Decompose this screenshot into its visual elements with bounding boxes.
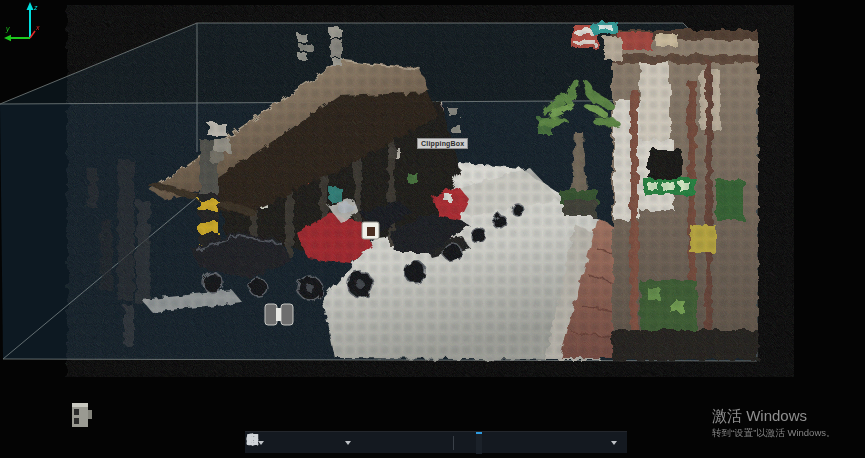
fit-screen-tool[interactable] <box>579 432 585 454</box>
y-axis-label: y <box>5 25 10 33</box>
caret-down-icon <box>345 441 351 445</box>
zoom-tool[interactable] <box>313 432 319 454</box>
x-axis-label: x <box>35 24 40 31</box>
clip-handle-white[interactable] <box>362 222 379 239</box>
bottom-toolbar <box>245 431 627 453</box>
watermark-title: 激活 Windows <box>712 407 836 425</box>
outside-fragment <box>72 403 92 427</box>
toolbar-divider <box>453 436 454 450</box>
grid-tool[interactable] <box>605 432 620 454</box>
profile-tool[interactable] <box>527 432 533 454</box>
watermark-subtitle: 转到“设置”以激活 Windows。 <box>712 427 836 439</box>
z-axis-arrow <box>27 2 34 10</box>
clip-widgets-layer <box>0 0 865 458</box>
z-axis-label: z <box>33 4 38 11</box>
clip-filter-tool[interactable] <box>502 432 508 454</box>
sphere-tool[interactable] <box>553 432 559 454</box>
caret-down-icon <box>611 441 617 445</box>
flag-tool[interactable] <box>399 432 405 454</box>
axis-gizmo: z y x <box>0 0 60 48</box>
clip-tool[interactable] <box>476 432 482 454</box>
volume-tool[interactable] <box>339 432 354 454</box>
clipping-box-label[interactable]: ClippingBox <box>417 138 468 149</box>
clip-handle-gray[interactable] <box>265 304 293 325</box>
layers-tool[interactable] <box>287 432 293 454</box>
flag-add-tool[interactable] <box>425 432 431 454</box>
orbit-tool[interactable] <box>373 432 379 454</box>
y-axis-arrow <box>4 35 11 41</box>
point-cloud-viewer: ClippingBox 激活 Windows 转到“设置”以激活 Windows… <box>0 0 865 458</box>
windows-activation-watermark: 激活 Windows 转到“设置”以激活 Windows。 <box>712 407 836 439</box>
